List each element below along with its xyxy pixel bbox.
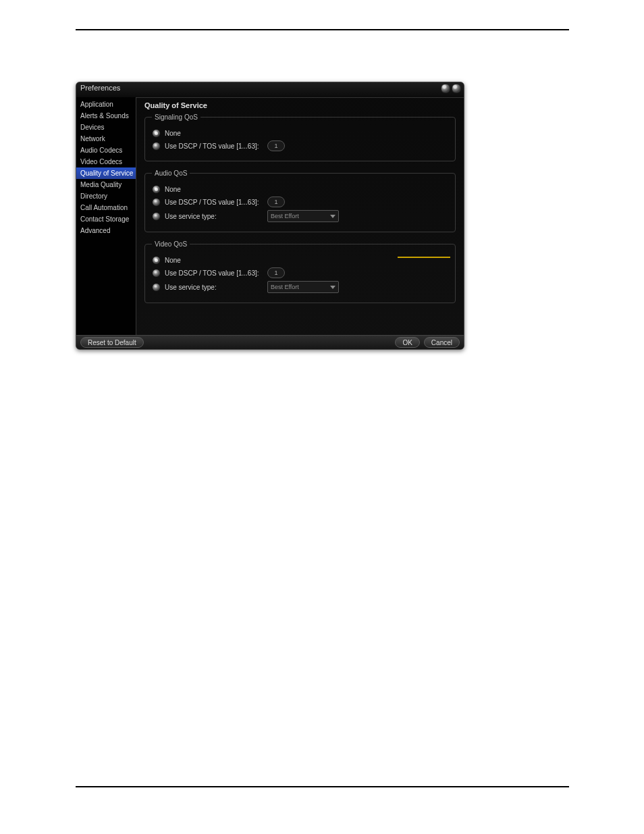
video-dscp-input[interactable]: 1 bbox=[267, 267, 285, 278]
audio-qos-legend: Audio QoS bbox=[152, 170, 190, 177]
help-icon[interactable] bbox=[441, 84, 450, 93]
sidebar-item-call-automation[interactable]: Call Automation bbox=[76, 202, 136, 213]
video-service-select[interactable]: Best Effort bbox=[267, 281, 339, 293]
video-radio-dscp[interactable] bbox=[152, 269, 161, 278]
audio-none-label: None bbox=[165, 186, 181, 193]
sidebar: Application Alerts & Sounds Devices Netw… bbox=[76, 97, 136, 336]
sidebar-item-contact-storage[interactable]: Contact Storage bbox=[76, 213, 136, 225]
cancel-button[interactable]: Cancel bbox=[424, 337, 460, 348]
video-radio-service[interactable] bbox=[152, 283, 161, 292]
video-dscp-label: Use DSCP / TOS value [1...63]: bbox=[165, 269, 263, 277]
ok-button[interactable]: OK bbox=[395, 337, 419, 348]
audio-radio-service[interactable] bbox=[152, 212, 161, 221]
sidebar-item-advanced[interactable]: Advanced bbox=[76, 225, 136, 236]
sidebar-item-application[interactable]: Application bbox=[76, 99, 136, 110]
sidebar-item-audio-codecs[interactable]: Audio Codecs bbox=[76, 145, 136, 156]
video-qos-group: Video QoS None Use DSCP / TOS value [1..… bbox=[144, 240, 456, 303]
titlebar: Preferences bbox=[76, 82, 464, 98]
video-qos-legend: Video QoS bbox=[152, 240, 190, 248]
audio-dscp-input[interactable]: 1 bbox=[267, 197, 285, 207]
video-radio-none[interactable] bbox=[152, 256, 161, 265]
signaling-radio-none[interactable] bbox=[152, 129, 161, 138]
footer: Reset to Default OK Cancel bbox=[76, 335, 464, 349]
sidebar-item-alerts-sounds[interactable]: Alerts & Sounds bbox=[76, 110, 136, 122]
chevron-down-icon bbox=[330, 286, 336, 289]
signaling-radio-dscp[interactable] bbox=[152, 142, 161, 151]
content-panel: Quality of Service Signaling QoS None Us… bbox=[136, 97, 464, 336]
preferences-window: Preferences Application Alerts & Sounds … bbox=[76, 82, 464, 350]
reset-to-default-button[interactable]: Reset to Default bbox=[80, 337, 144, 348]
page-rule-bottom bbox=[76, 786, 569, 787]
panel-title: Quality of Service bbox=[144, 101, 457, 109]
sidebar-item-network[interactable]: Network bbox=[76, 133, 136, 145]
close-icon[interactable] bbox=[452, 84, 461, 93]
signaling-qos-legend: Signaling QoS bbox=[152, 113, 200, 121]
audio-radio-none[interactable] bbox=[152, 185, 161, 194]
sidebar-item-devices[interactable]: Devices bbox=[76, 122, 136, 133]
signaling-dscp-label: Use DSCP / TOS value [1...63]: bbox=[165, 142, 263, 150]
sidebar-item-directory[interactable]: Directory bbox=[76, 190, 136, 202]
audio-service-label: Use service type: bbox=[165, 213, 263, 220]
signaling-qos-group: Signaling QoS None Use DSCP / TOS value … bbox=[144, 113, 456, 161]
audio-service-select[interactable]: Best Effort bbox=[267, 210, 339, 222]
audio-qos-group: Audio QoS None Use DSCP / TOS value [1..… bbox=[144, 170, 456, 232]
annotation-highlight bbox=[398, 257, 450, 258]
chevron-down-icon bbox=[330, 215, 336, 218]
audio-dscp-label: Use DSCP / TOS value [1...63]: bbox=[165, 199, 263, 206]
signaling-none-label: None bbox=[165, 130, 181, 137]
audio-radio-dscp[interactable] bbox=[152, 198, 161, 207]
video-none-label: None bbox=[165, 257, 181, 264]
sidebar-item-video-codecs[interactable]: Video Codecs bbox=[76, 156, 136, 167]
sidebar-item-quality-of-service[interactable]: Quality of Service bbox=[76, 167, 136, 179]
sidebar-item-media-quality[interactable]: Media Quality bbox=[76, 179, 136, 190]
signaling-dscp-input[interactable]: 1 bbox=[267, 140, 285, 151]
window-title: Preferences bbox=[80, 84, 120, 92]
video-service-label: Use service type: bbox=[165, 284, 263, 291]
page-rule-top bbox=[76, 29, 569, 30]
